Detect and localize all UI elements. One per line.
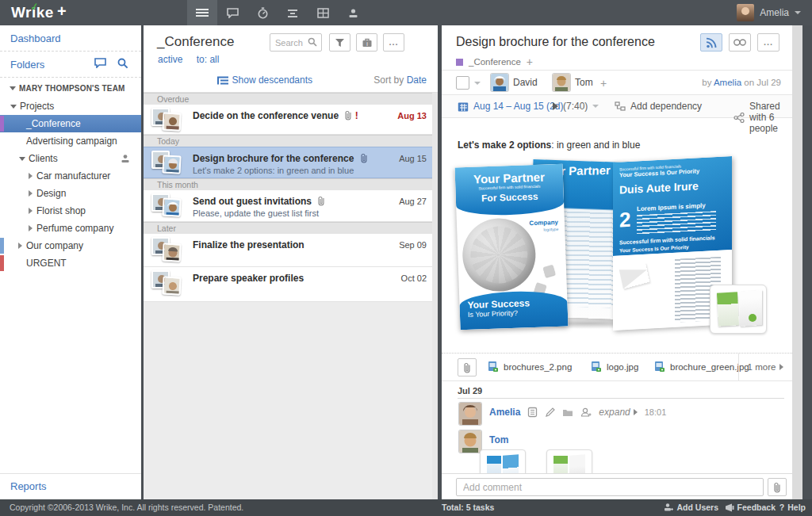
- folder-info-button[interactable]: i: [356, 33, 377, 52]
- workload-view-button[interactable]: [338, 0, 368, 25]
- filter-to-link[interactable]: to: all: [197, 54, 220, 65]
- user-name: Amelia: [760, 7, 789, 18]
- attachment-file[interactable]: brochure_green.jpg: [654, 361, 749, 373]
- attachment-file[interactable]: brochures_2.png: [488, 361, 572, 373]
- task-row[interactable]: Decide on the conference venue ! Aug 13: [144, 105, 438, 135]
- expand-comment-link[interactable]: expand: [599, 407, 637, 418]
- attach-file-button[interactable]: [458, 358, 477, 376]
- sort-control[interactable]: Sort by Date: [373, 75, 427, 86]
- avatar: [491, 74, 508, 91]
- chevron-right-icon: [779, 364, 783, 370]
- comment-thumbnail-green[interactable]: [546, 449, 592, 473]
- task-row-selected[interactable]: Design brochure for the conference Let's…: [144, 147, 438, 178]
- comments-date-header: Jul 29: [458, 386, 482, 396]
- list-icon: [196, 8, 209, 17]
- permalink-button[interactable]: [729, 33, 751, 52]
- task-row[interactable]: Finalize the presentation Sep 09: [144, 234, 438, 267]
- filter-active-link[interactable]: active: [158, 54, 182, 65]
- person-icon: [348, 8, 358, 18]
- create-new-button[interactable]: +: [57, 2, 67, 21]
- sidebar-item-florist-shop[interactable]: Florist shop: [0, 202, 141, 220]
- assignee-tom[interactable]: Tom: [553, 74, 593, 91]
- tasks-list-view-button[interactable]: [187, 0, 217, 25]
- wrike-logo[interactable]: Wrike✓: [11, 4, 54, 21]
- team-header[interactable]: MARY THOMPSON'S TEAM: [0, 78, 141, 97]
- folder-chat-icon[interactable]: [94, 58, 106, 68]
- add-tag-button[interactable]: +: [527, 55, 533, 68]
- sidebar-item-reports[interactable]: Reports: [0, 473, 141, 499]
- task-due-date: Aug 13: [397, 111, 427, 120]
- add-dependency-link[interactable]: Add dependency: [615, 101, 702, 112]
- add-users-link[interactable]: Add Users: [664, 503, 718, 512]
- folder-icon[interactable]: [562, 408, 573, 417]
- brochure-preview-image[interactable]: Your Partner Successful firm with solid …: [458, 159, 783, 348]
- add-assignee-button[interactable]: +: [600, 77, 607, 90]
- comment-author[interactable]: Amelia: [489, 407, 520, 418]
- sidebar-item-clients[interactable]: Clients: [0, 150, 141, 167]
- sidebar-item-projects[interactable]: Projects: [0, 97, 141, 115]
- link-icon: [733, 39, 746, 46]
- help-link[interactable]: ? Help: [779, 503, 806, 512]
- task-row[interactable]: Prepare speaker profiles Oct 02: [144, 267, 438, 302]
- search-icon[interactable]: [117, 58, 128, 69]
- sidebar-item-our-company[interactable]: Our company: [0, 237, 141, 254]
- sidebar-item-car-manufacturer[interactable]: Car manufacturer: [0, 167, 141, 185]
- puzzle-globe-graphic: [462, 217, 537, 292]
- megaphone-icon: [725, 503, 734, 512]
- add-comment-input[interactable]: [456, 478, 764, 496]
- more-actions-button[interactable]: ...: [383, 33, 404, 52]
- attachments-bar: brochures_2.png logo.jpg brochure_green.…: [442, 353, 792, 381]
- filter-button[interactable]: [329, 33, 350, 52]
- user-menu[interactable]: Amelia: [737, 0, 801, 25]
- more-attachments-link[interactable]: 1 more: [738, 354, 792, 380]
- collapse-icon: [19, 157, 25, 161]
- group-header-this-month: This month: [144, 178, 438, 190]
- sort-value-link: Date: [407, 75, 427, 86]
- green-brochure-thumbnail[interactable]: [710, 285, 767, 334]
- question-icon: ?: [779, 503, 784, 512]
- task-subtitle: Let's make 2 options: in green and in bl…: [193, 166, 354, 175]
- show-descendants-link[interactable]: Show descendants: [217, 75, 312, 86]
- edit-pencil-icon[interactable]: [545, 407, 555, 418]
- sidebar-item-dashboard[interactable]: Dashboard: [0, 25, 141, 51]
- feedback-link[interactable]: Feedback: [725, 503, 776, 512]
- timeline-view-button[interactable]: [278, 0, 308, 25]
- task-description: Let's make 2 options: in green and in bl…: [458, 140, 640, 151]
- time-tracker[interactable]: (7:40): [553, 101, 599, 112]
- assignee-david[interactable]: David: [491, 74, 538, 91]
- scrollbar-track[interactable]: [432, 93, 438, 499]
- expand-icon: [29, 190, 33, 197]
- date-range-link[interactable]: Aug 14 – Aug 15 (2d): [458, 101, 563, 112]
- chat-view-button[interactable]: [217, 0, 247, 25]
- tag-conference[interactable]: _Conference: [469, 57, 521, 67]
- attachment-file[interactable]: logo.jpg: [591, 361, 638, 373]
- comment-author[interactable]: Tom: [489, 434, 508, 445]
- sidebar-item-folders[interactable]: Folders: [0, 52, 141, 77]
- sidebar-item-advertising-campaign[interactable]: Advertising campaign: [0, 132, 141, 150]
- chevron-down-icon[interactable]: [474, 82, 481, 85]
- sidebar-item-perfume-company[interactable]: Perfume company: [0, 220, 141, 237]
- scrollbar-track[interactable]: [792, 25, 802, 499]
- attach-to-comment-button[interactable]: [768, 478, 787, 496]
- table-view-button[interactable]: [308, 0, 338, 25]
- table-icon: [317, 8, 329, 18]
- task-status-checkbox[interactable]: [456, 76, 469, 90]
- chevron-down-icon: [592, 105, 599, 108]
- comment-thumbnail-blue[interactable]: [480, 449, 526, 473]
- follow-button[interactable]: [700, 33, 722, 52]
- comments-section: Jul 29 Amelia expand 18:01 Tom brochure_…: [442, 381, 792, 473]
- project-color-marker: [0, 116, 4, 132]
- clipboard-icon[interactable]: [527, 407, 538, 418]
- avatar-tom: [459, 430, 481, 453]
- chat-bubble-icon: [227, 8, 239, 18]
- more-actions-button[interactable]: ...: [757, 33, 779, 52]
- sidebar-item-urgent[interactable]: URGENT: [0, 254, 141, 272]
- time-tracking-button[interactable]: [247, 0, 278, 25]
- person-add-icon[interactable]: [580, 407, 592, 418]
- file-image-icon: [488, 361, 499, 373]
- sidebar-item-design[interactable]: Design: [0, 185, 141, 202]
- importance-icon: !: [355, 110, 358, 121]
- person-add-icon: [664, 503, 673, 512]
- sidebar-item-conference[interactable]: _Conference: [0, 115, 141, 132]
- task-row[interactable]: Send out guest invitations Please, updat…: [144, 190, 438, 222]
